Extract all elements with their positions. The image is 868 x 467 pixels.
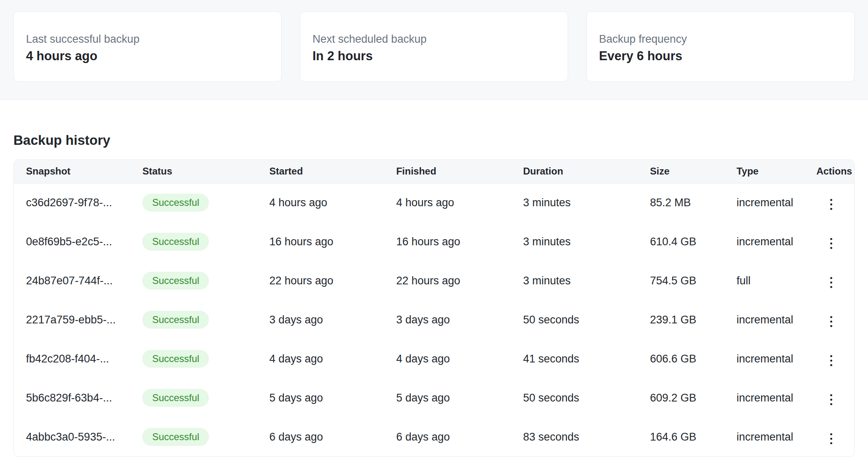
type-cell: incremental: [736, 417, 816, 456]
kebab-dot: [830, 442, 832, 444]
status-cell: Successful: [142, 222, 269, 261]
status-badge: Successful: [142, 428, 209, 446]
kebab-menu-icon[interactable]: [825, 234, 837, 253]
duration-cell: 83 seconds: [523, 417, 650, 456]
snapshot-id-cell: c36d2697-9f78-...: [14, 183, 142, 222]
table-row: fb42c208-f404-... Successful 4 days ago …: [14, 339, 854, 378]
duration-cell: 3 minutes: [523, 261, 650, 300]
size-cell: 85.2 MB: [650, 183, 736, 222]
finished-cell: 4 hours ago: [396, 183, 523, 222]
last-successful-backup-card: Last successful backup 4 hours ago: [13, 11, 282, 82]
type-cell: incremental: [736, 339, 816, 378]
col-header-started: Started: [269, 160, 396, 183]
snapshot-id-cell: fb42c208-f404-...: [14, 339, 142, 378]
kebab-dot: [830, 282, 832, 284]
summary-cards: Last successful backup 4 hours ago Next …: [13, 11, 855, 82]
snapshot-id-cell: 5b6c829f-63b4-...: [14, 378, 142, 417]
duration-cell: 50 seconds: [523, 378, 650, 417]
table-row: 5b6c829f-63b4-... Successful 5 days ago …: [14, 378, 854, 417]
kebab-menu-icon[interactable]: [825, 195, 837, 214]
started-cell: 5 days ago: [269, 378, 396, 417]
kebab-dot: [830, 360, 832, 362]
status-cell: Successful: [142, 300, 269, 339]
kebab-dot: [830, 238, 832, 240]
col-header-status: Status: [142, 160, 269, 183]
backups-page: { "summary_cards": [ { "label": "Last su…: [0, 0, 868, 467]
kebab-menu-icon[interactable]: [825, 429, 837, 448]
status-badge: Successful: [142, 311, 209, 329]
status-cell: Successful: [142, 417, 269, 456]
col-header-size: Size: [650, 160, 736, 183]
table-row: 2217a759-ebb5-... Successful 3 days ago …: [14, 300, 854, 339]
card-value: In 2 hours: [312, 48, 556, 64]
col-header-duration: Duration: [523, 160, 650, 183]
col-header-type: Type: [736, 160, 816, 183]
kebab-dot: [830, 199, 832, 201]
finished-cell: 16 hours ago: [396, 222, 523, 261]
duration-cell: 3 minutes: [523, 222, 650, 261]
type-cell: incremental: [736, 183, 816, 222]
status-badge: Successful: [142, 233, 209, 251]
backup-history-table: Snapshot Status Started Finished Duratio…: [14, 160, 854, 456]
finished-cell: 22 hours ago: [396, 261, 523, 300]
col-header-actions: Actions: [816, 160, 854, 183]
started-cell: 3 days ago: [269, 300, 396, 339]
kebab-dot: [830, 208, 832, 210]
kebab-menu-icon[interactable]: [825, 351, 837, 370]
kebab-menu-icon[interactable]: [825, 273, 837, 292]
type-cell: full: [736, 261, 816, 300]
finished-cell: 4 days ago: [396, 339, 523, 378]
status-cell: Successful: [142, 261, 269, 300]
kebab-dot: [830, 321, 832, 323]
snapshot-id-cell: 24b87e07-744f-...: [14, 261, 142, 300]
snapshot-id-cell: 2217a759-ebb5-...: [14, 300, 142, 339]
backup-frequency-card: Backup frequency Every 6 hours: [586, 11, 855, 82]
size-cell: 754.5 GB: [650, 261, 736, 300]
snapshot-id-cell: 0e8f69b5-e2c5-...: [14, 222, 142, 261]
actions-cell: [816, 378, 854, 417]
actions-cell: [816, 300, 854, 339]
status-cell: Successful: [142, 378, 269, 417]
next-scheduled-backup-card: Next scheduled backup In 2 hours: [300, 11, 568, 82]
kebab-dot: [830, 247, 832, 249]
kebab-dot: [830, 438, 832, 440]
actions-cell: [816, 183, 854, 222]
started-cell: 22 hours ago: [269, 261, 396, 300]
finished-cell: 6 days ago: [396, 417, 523, 456]
card-value: 4 hours ago: [26, 48, 269, 64]
kebab-dot: [830, 355, 832, 357]
backup-table-body: c36d2697-9f78-... Successful 4 hours ago…: [14, 183, 854, 456]
duration-cell: 50 seconds: [523, 300, 650, 339]
type-cell: incremental: [736, 300, 816, 339]
table-row: 24b87e07-744f-... Successful 22 hours ag…: [14, 261, 854, 300]
backup-history-section: Backup history Snapshot Status Started F…: [0, 132, 868, 457]
size-cell: 610.4 GB: [650, 222, 736, 261]
kebab-dot: [830, 394, 832, 396]
duration-cell: 41 seconds: [523, 339, 650, 378]
status-badge: Successful: [142, 350, 209, 368]
actions-cell: [816, 222, 854, 261]
status-cell: Successful: [142, 339, 269, 378]
type-cell: incremental: [736, 222, 816, 261]
size-cell: 606.6 GB: [650, 339, 736, 378]
kebab-menu-icon[interactable]: [825, 390, 837, 409]
status-cell: Successful: [142, 183, 269, 222]
card-label: Backup frequency: [599, 32, 842, 46]
type-cell: incremental: [736, 378, 816, 417]
actions-cell: [816, 261, 854, 300]
kebab-dot: [830, 364, 832, 366]
kebab-menu-icon[interactable]: [825, 312, 837, 331]
snapshot-id-cell: 4abbc3a0-5935-...: [14, 417, 142, 456]
started-cell: 4 days ago: [269, 339, 396, 378]
started-cell: 4 hours ago: [269, 183, 396, 222]
kebab-dot: [830, 399, 832, 401]
table-row: 4abbc3a0-5935-... Successful 6 days ago …: [14, 417, 854, 456]
status-badge: Successful: [142, 194, 209, 212]
actions-cell: [816, 417, 854, 456]
table-header: Snapshot Status Started Finished Duratio…: [14, 160, 854, 183]
kebab-dot: [830, 242, 832, 244]
kebab-dot: [830, 203, 832, 205]
col-header-finished: Finished: [396, 160, 523, 183]
page-title: Backup history: [13, 132, 855, 148]
kebab-dot: [830, 325, 832, 327]
